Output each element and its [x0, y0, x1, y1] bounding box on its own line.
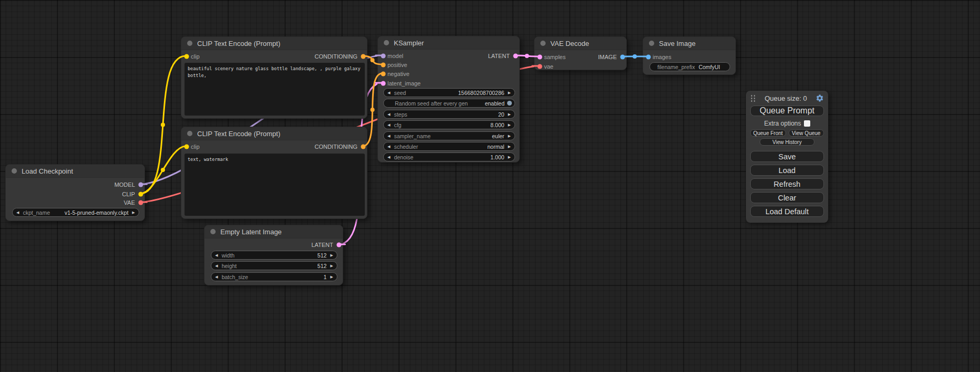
- height-widget[interactable]: ◀height512▶: [211, 261, 337, 270]
- save-button[interactable]: Save: [750, 151, 824, 162]
- clear-button[interactable]: Clear: [750, 192, 824, 203]
- widget-name: sampler_name: [394, 133, 430, 139]
- queue-front-button[interactable]: Queue Front: [750, 129, 786, 137]
- node-load-checkpoint[interactable]: Load CheckpointMODELCLIPVAE◀ckpt_namev1-…: [5, 164, 145, 221]
- node-title-text: CLIP Text Encode (Prompt): [197, 40, 280, 47]
- increment-arrow-icon[interactable]: ▶: [327, 253, 337, 257]
- node-vae-decode[interactable]: VAE DecodesamplesvaeIMAGE: [534, 36, 627, 70]
- increment-arrow-icon[interactable]: ▶: [504, 134, 515, 138]
- increment-arrow-icon[interactable]: ▶: [504, 123, 515, 127]
- decrement-arrow-icon[interactable]: ◀: [211, 264, 221, 268]
- widget-value: enabled: [485, 100, 504, 107]
- widget-value: ComfyUI: [698, 64, 730, 70]
- node-save-image[interactable]: Save Imageimagesfilename_prefixComfyUI: [643, 36, 736, 75]
- increment-arrow-icon[interactable]: ▶: [504, 155, 515, 159]
- increment-arrow-icon[interactable]: ▶: [327, 264, 337, 268]
- node-empty-latent-image[interactable]: Empty Latent ImageLATENT◀width512▶◀heigh…: [204, 225, 343, 285]
- node-clip-text-encode-negative[interactable]: CLIP Text Encode (Prompt)clipCONDITIONIN…: [181, 127, 367, 219]
- decrement-arrow-icon[interactable]: ◀: [384, 155, 394, 159]
- collapse-dot-icon[interactable]: [187, 41, 192, 46]
- node-clip-text-encode-positive[interactable]: CLIP Text Encode (Prompt)clipCONDITIONIN…: [181, 36, 367, 119]
- toggle-on-icon[interactable]: [507, 101, 512, 106]
- decrement-arrow-icon[interactable]: ◀: [384, 123, 394, 127]
- widget-value: normal: [488, 144, 504, 150]
- queue-prompt-button[interactable]: Queue Prompt: [750, 106, 824, 116]
- node-graph: Load CheckpointMODELCLIPVAE◀ckpt_namev1-…: [0, 0, 980, 372]
- images-input-port[interactable]: [646, 55, 651, 60]
- collapse-dot-icon[interactable]: [649, 41, 654, 46]
- decrement-arrow-icon[interactable]: ◀: [211, 275, 221, 279]
- increment-arrow-icon[interactable]: ▶: [504, 145, 515, 149]
- MODEL-output-port[interactable]: [138, 183, 143, 187]
- VAE-output-port[interactable]: [138, 201, 143, 205]
- menu-actions: SaveLoadRefreshClearLoad Default: [750, 151, 824, 220]
- node-title-bar[interactable]: Load Checkpoint: [6, 165, 144, 178]
- decrement-arrow-icon[interactable]: ◀: [13, 211, 23, 215]
- increment-arrow-icon[interactable]: ▶: [504, 91, 515, 95]
- view-queue-button[interactable]: View Queue: [789, 129, 824, 137]
- increment-arrow-icon[interactable]: ▶: [504, 112, 515, 117]
- collapse-dot-icon[interactable]: [384, 40, 389, 45]
- collapse-dot-icon[interactable]: [187, 131, 192, 136]
- increment-arrow-icon[interactable]: ▶: [129, 211, 139, 215]
- drag-handle-icon[interactable]: [750, 94, 756, 102]
- scheduler-widget[interactable]: ◀schedulernormal▶: [383, 142, 515, 151]
- samples-input-port[interactable]: [537, 55, 542, 60]
- load-button[interactable]: Load: [750, 165, 824, 176]
- batch_size-widget[interactable]: ◀batch_size1▶: [211, 272, 337, 281]
- collapse-dot-icon[interactable]: [210, 229, 216, 234]
- node-ksampler[interactable]: KSamplermodelpositivenegativelatent_imag…: [377, 36, 520, 163]
- CLIP-output-port[interactable]: [138, 192, 143, 197]
- seed-widget[interactable]: ◀seed156680208700286▶: [383, 88, 515, 97]
- filename_prefix-widget[interactable]: filename_prefixComfyUI: [649, 62, 730, 71]
- decrement-arrow-icon[interactable]: ◀: [384, 91, 394, 95]
- node-title-bar[interactable]: CLIP Text Encode (Prompt): [181, 127, 367, 140]
- cfg-widget[interactable]: ◀cfg8.000▶: [383, 120, 515, 129]
- prompt-textarea[interactable]: [185, 154, 365, 216]
- model-input-label: model: [387, 53, 403, 59]
- CONDITIONING-output-port[interactable]: [361, 54, 365, 59]
- CONDITIONING-output-port[interactable]: [361, 145, 365, 149]
- node-title-bar[interactable]: CLIP Text Encode (Prompt): [181, 37, 367, 50]
- Random seed after every gen-widget[interactable]: Random seed after every genenabled: [383, 99, 515, 108]
- steps-widget[interactable]: ◀steps20▶: [383, 110, 515, 119]
- node-title-bar[interactable]: KSampler: [378, 36, 519, 50]
- ckpt_name-widget[interactable]: ◀ckpt_namev1-5-pruned-emaonly.ckpt▶: [12, 208, 139, 217]
- load-default-button[interactable]: Load Default: [750, 206, 824, 217]
- decrement-arrow-icon[interactable]: ◀: [384, 134, 394, 138]
- denoise-widget[interactable]: ◀denoise1.000▶: [383, 152, 515, 161]
- widget-name: scheduler: [394, 144, 418, 150]
- LATENT-output-port[interactable]: [513, 54, 518, 59]
- node-title-bar[interactable]: Empty Latent Image: [205, 225, 343, 239]
- view-history-row: View History: [750, 138, 824, 146]
- widget-name: ckpt_name: [23, 209, 50, 216]
- negative-input-port[interactable]: [381, 72, 385, 77]
- gear-icon[interactable]: [816, 94, 824, 102]
- latent_image-input-port[interactable]: [381, 81, 385, 86]
- width-widget[interactable]: ◀width512▶: [211, 251, 337, 260]
- collapse-dot-icon[interactable]: [540, 41, 546, 46]
- decrement-arrow-icon[interactable]: ◀: [211, 253, 221, 257]
- clip-input-port[interactable]: [184, 54, 189, 59]
- sampler_name-widget[interactable]: ◀sampler_nameeuler▶: [383, 131, 515, 140]
- widget-name: denoise: [394, 154, 413, 160]
- collapse-dot-icon[interactable]: [12, 168, 17, 174]
- extra-options-checkbox[interactable]: [804, 120, 810, 127]
- model-input-port[interactable]: [381, 54, 385, 59]
- decrement-arrow-icon[interactable]: ◀: [384, 145, 394, 149]
- LATENT-output-port[interactable]: [336, 243, 341, 247]
- increment-arrow-icon[interactable]: ▶: [327, 275, 337, 279]
- latent_image-input-label: latent_image: [387, 80, 421, 87]
- graph-canvas[interactable]: Load CheckpointMODELCLIPVAE◀ckpt_namev1-…: [0, 0, 980, 372]
- refresh-button[interactable]: Refresh: [750, 178, 824, 189]
- node-title-bar[interactable]: Save Image: [643, 37, 735, 50]
- node-title-bar[interactable]: VAE Decode: [535, 37, 626, 50]
- prompt-textarea[interactable]: [185, 63, 365, 116]
- clip-input-port[interactable]: [184, 145, 189, 149]
- positive-input-port[interactable]: [381, 63, 385, 68]
- clip-input-label: clip: [191, 144, 200, 150]
- vae-input-port[interactable]: [537, 64, 542, 69]
- IMAGE-output-port[interactable]: [620, 55, 625, 60]
- decrement-arrow-icon[interactable]: ◀: [384, 112, 394, 117]
- view-history-button[interactable]: View History: [760, 138, 814, 146]
